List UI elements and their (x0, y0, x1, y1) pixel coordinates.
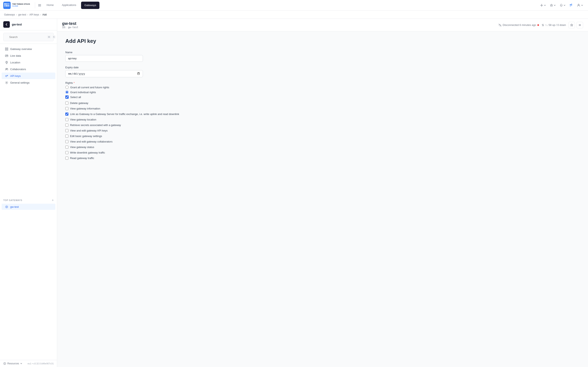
sidebar-item-live-data[interactable]: Live data (2, 52, 55, 59)
gateway-title: gw-test (62, 21, 78, 26)
hamburger-icon (579, 24, 581, 26)
add-button[interactable] (539, 3, 548, 8)
checkbox-write-downlink-label: Write downlink gateway traffic (70, 151, 105, 154)
checkbox-view-edit-api-keys[interactable]: View and edit gateway API keys (65, 128, 233, 133)
svg-rect-18 (5, 49, 6, 50)
radio-individual-rights-input[interactable] (65, 91, 69, 94)
back-button[interactable] (3, 21, 10, 28)
radio-all-rights[interactable]: Grant all current and future rights (65, 86, 233, 89)
sidebar-item-location[interactable]: Location (2, 59, 55, 66)
svg-rect-2 (6, 3, 8, 5)
live-data-icon (5, 54, 8, 57)
user-profile-button[interactable] (575, 2, 585, 8)
cluster-button[interactable] (568, 2, 575, 8)
bell-icon (560, 4, 563, 7)
expiry-label: Expiry date (65, 66, 233, 69)
select-all-checkbox-label[interactable]: Select all (65, 95, 233, 99)
version-text: eu1 • v3.32.0.b96e907c31 (27, 362, 54, 365)
checkbox-retrieve-secrets-label: Retrieve secrets associated with a gatew… (70, 124, 121, 127)
checkbox-write-downlink-input[interactable] (65, 151, 68, 154)
checkbox-view-gateway-status-label: View gateway status (70, 146, 94, 149)
breadcrumb-gwtest[interactable]: gw-test (18, 13, 26, 16)
svg-rect-4 (4, 5, 6, 7)
checkbox-retrieve-secrets[interactable]: Retrieve secrets associated with a gatew… (65, 122, 233, 128)
svg-point-14 (578, 4, 579, 5)
checkbox-view-edit-api-keys-input[interactable] (65, 129, 68, 132)
checkbox-view-edit-collaborators-input[interactable] (65, 140, 68, 143)
checkbox-read-gateway-traffic[interactable]: Read gateway traffic (65, 155, 233, 161)
checkbox-delete-gateway-input[interactable] (65, 101, 68, 105)
svg-rect-19 (7, 49, 8, 50)
checkbox-view-location-input[interactable] (65, 118, 68, 121)
traffic-text: ↑↓ 58 up / 0 down (545, 24, 566, 26)
select-all-checkbox[interactable] (65, 95, 69, 99)
chevron-down-icon3 (563, 4, 566, 6)
checkbox-read-gateway-traffic-input[interactable] (65, 157, 68, 160)
search-shortcut-k: K (52, 35, 56, 39)
logo-icon (3, 2, 11, 9)
checkbox-view-gateway-info-input[interactable] (65, 107, 68, 110)
sidebar-item-general-settings[interactable]: General settings (2, 79, 55, 86)
back-arrow-icon (5, 23, 8, 26)
navbar: THE THINGS STACK CLOUD Home Applications… (0, 0, 588, 11)
checkbox-write-downlink[interactable]: Write downlink gateway traffic (65, 150, 233, 155)
sidebar-item-gateway-overview[interactable]: Gateway overview (2, 46, 55, 52)
radio-all-rights-label: Grant all current and future rights (70, 86, 109, 89)
sidebar-item-collaborators[interactable]: Collaborators (2, 66, 55, 72)
checkbox-edit-basic-settings-input[interactable] (65, 134, 68, 138)
breadcrumb-apikeys[interactable]: API keys (29, 13, 39, 16)
logo-sub: CLOUD (12, 5, 30, 7)
checkbox-view-gateway-status[interactable]: View gateway status (65, 144, 233, 150)
search-box[interactable]: ⌘ K (3, 33, 54, 41)
breadcrumb-sep3: › (40, 13, 41, 16)
radio-group: Grant all current and future rights Gran… (65, 86, 233, 94)
radio-individual-rights[interactable]: Grant individual rights (65, 91, 233, 94)
checkbox-link-gateway-label: Link as Gateway to a Gateway Server for … (70, 113, 179, 116)
resources-button[interactable]: Resources (3, 362, 22, 365)
tab-home[interactable]: Home (43, 0, 58, 11)
star-icon (550, 4, 553, 7)
expiry-input[interactable] (65, 70, 143, 77)
svg-rect-9 (38, 6, 41, 6)
checkbox-retrieve-secrets-input[interactable] (65, 124, 68, 127)
svg-rect-11 (571, 4, 572, 5)
svg-rect-30 (579, 24, 581, 25)
checkbox-link-gateway-input[interactable] (65, 113, 68, 116)
sidebar-gw-test-item[interactable]: gw-test (2, 204, 55, 210)
sidebar-search-container: ⌘ K (0, 30, 57, 44)
name-label: Name (65, 51, 233, 54)
more-options-button[interactable] (577, 22, 583, 28)
checkbox-view-gateway-status-input[interactable] (65, 146, 68, 149)
plus-icon (540, 4, 543, 7)
tab-applications[interactable]: Applications (58, 0, 80, 11)
radio-all-rights-input[interactable] (65, 86, 69, 89)
sidebar-gateway-name: gw-test (12, 23, 22, 26)
checkbox-view-gateway-info[interactable]: View gateway information (65, 106, 233, 111)
checkbox-delete-gateway[interactable]: Delete gateway (65, 100, 233, 106)
breadcrumb-gateways[interactable]: Gateways (4, 13, 15, 16)
sidebar-gw-test-label: gw-test (10, 205, 19, 208)
add-gateway-button[interactable]: + (52, 199, 54, 202)
svg-rect-12 (571, 5, 572, 6)
checkbox-view-edit-collaborators[interactable]: View and edit gateway collaborators (65, 139, 233, 144)
name-input[interactable] (65, 55, 143, 62)
svg-rect-13 (570, 6, 571, 6)
user-icon (577, 4, 580, 7)
notifications-button[interactable] (558, 3, 567, 8)
star-gateway-icon (570, 24, 573, 26)
sidebar: gw-test ⌘ K Gateway overview (0, 19, 57, 367)
bookmark-gateway-button[interactable] (568, 22, 575, 28)
checkbox-view-location[interactable]: View gateway location (65, 117, 233, 122)
sidebar-toggle-button[interactable] (37, 2, 43, 8)
search-input[interactable] (7, 34, 45, 40)
checkbox-read-gateway-traffic-label: Read gateway traffic (70, 157, 94, 160)
tab-gateways[interactable]: Gateways (81, 2, 99, 9)
navbar-right (539, 2, 585, 8)
chevron-down-icon (544, 4, 546, 6)
sidebar-item-api-keys[interactable]: API keys (2, 73, 55, 79)
bookmarks-button[interactable] (548, 3, 557, 8)
chevron-down-icon4 (581, 4, 583, 6)
disconnected-text: Disconnected 6 minutes ago (503, 24, 536, 26)
checkbox-link-gateway[interactable]: Link as Gateway to a Gateway Server for … (65, 111, 233, 117)
checkbox-edit-basic-settings[interactable]: Edit basic gateway settings (65, 133, 233, 139)
